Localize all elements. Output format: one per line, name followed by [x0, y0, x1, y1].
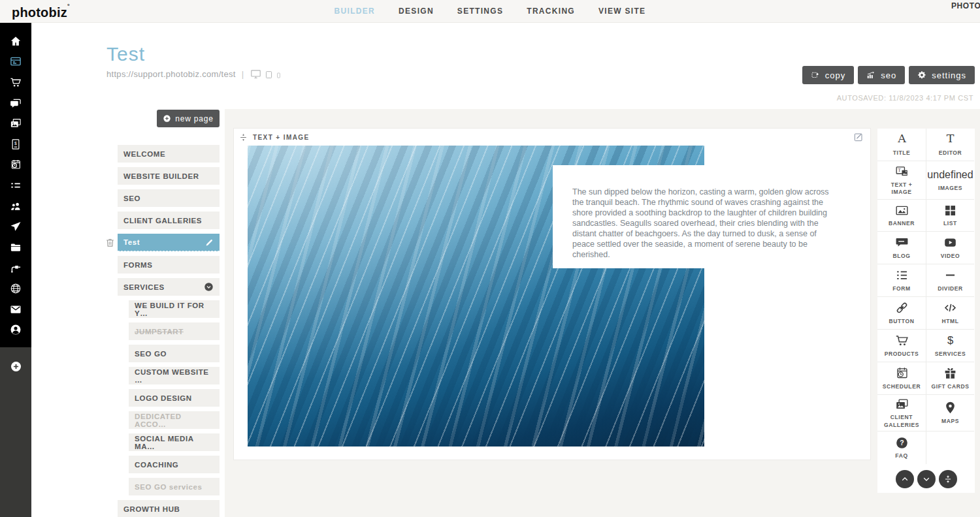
new-page-button[interactable]: new page [157, 110, 220, 127]
widget-editor[interactable]: TEDITOR [926, 129, 974, 161]
page-actions: copyseosettings [802, 66, 975, 84]
chat-icon[interactable] [0, 93, 31, 114]
widget-scheduler[interactable]: SCHEDULER [877, 362, 926, 395]
widget-title[interactable]: ATITLE [877, 129, 926, 161]
rename-pencil-icon[interactable] [205, 238, 214, 247]
page-item-label: FORMS [123, 261, 153, 269]
nav-builder[interactable]: BUILDER [335, 7, 375, 16]
logo-mark: ° [67, 3, 70, 9]
widget-maps[interactable]: MAPS [926, 395, 974, 431]
page-item-we-build-it-for-y[interactable]: WE BUILD IT FOR Y… [129, 300, 220, 318]
widget-button[interactable]: BUTTON [877, 297, 926, 330]
page-item-label: SEO [123, 195, 140, 202]
form-icon [895, 268, 909, 283]
compress-button[interactable] [939, 470, 957, 488]
integrations-icon[interactable] [0, 258, 31, 279]
page-title: Test [106, 43, 145, 65]
desktop-preview-icon[interactable] [250, 69, 262, 80]
nav-settings[interactable]: SETTINGS [457, 7, 503, 16]
page-item-growth-hub[interactable]: GROWTH HUB [118, 500, 220, 517]
page-row: SEO GO services [101, 478, 220, 495]
builder-icon[interactable] [0, 52, 31, 72]
nav-view-site[interactable]: VIEW SITE [598, 7, 645, 16]
account-icon[interactable] [0, 319, 31, 340]
page-item-label: JUMPSTART [135, 328, 184, 336]
site-url[interactable]: https://support.photobiz.com/test [106, 69, 236, 79]
widget-divider[interactable]: DIVIDER [926, 264, 974, 297]
drag-handle-icon[interactable] [239, 133, 248, 142]
widget-images[interactable]: undefinedIMAGES [926, 161, 974, 200]
page-item-dedicated-acco[interactable]: DEDICATED ACCO… [129, 411, 220, 429]
page-item-seo-go-services[interactable]: SEO GO services [129, 478, 220, 495]
page-item-client-galleries[interactable]: CLIENT GALLERIES [118, 212, 220, 229]
page-item-coaching[interactable]: COACHING [129, 456, 220, 473]
phone-preview-icon[interactable] [276, 71, 282, 80]
widget-gift-cards[interactable]: GIFT CARDS [926, 362, 974, 395]
overlay-text-box[interactable]: The sun dipped below the horizon, castin… [553, 165, 843, 268]
invoice-icon[interactable]: $ [0, 134, 31, 155]
page-item-label: WE BUILD IT FOR Y… [135, 302, 214, 317]
tablet-preview-icon[interactable] [265, 70, 273, 80]
cart-icon[interactable] [0, 72, 31, 93]
page-item-test[interactable]: Test [118, 234, 220, 251]
top-navigation: BUILDERDESIGNSETTINGSTRACKINGVIEW SITE [335, 0, 646, 22]
autosaved-status: AUTOSAVED: 11/8/2023 4:17 PM CST [837, 94, 973, 102]
widget-empty-cell [926, 431, 974, 464]
add-icon[interactable] [0, 356, 31, 376]
scheduler-icon[interactable] [0, 155, 31, 176]
photos-icon[interactable] [0, 113, 31, 134]
send-icon[interactable] [0, 216, 31, 237]
seo-button[interactable]: seo [858, 66, 905, 84]
users-icon[interactable] [0, 196, 31, 217]
widget-faq[interactable]: ?FAQ [877, 431, 926, 464]
mail-icon[interactable] [0, 299, 31, 320]
page-item-website-builder[interactable]: WEBSITE BUILDER [118, 167, 220, 185]
page-item-social-media-ma[interactable]: SOCIAL MEDIA MA… [129, 433, 220, 451]
page-item-label: Test [123, 238, 140, 246]
edit-block-icon[interactable] [853, 132, 864, 142]
page-item-jumpstart[interactable]: JUMPSTART [129, 322, 220, 340]
widget-html[interactable]: HTML [926, 297, 974, 330]
widget-list[interactable]: LIST [926, 200, 974, 232]
settings-button[interactable]: settings [909, 66, 975, 84]
widget-banner[interactable]: BANNER [877, 200, 926, 232]
copy-button[interactable]: copy [802, 66, 854, 84]
widget-services[interactable]: $SERVICES [926, 330, 974, 362]
home-icon[interactable] [0, 31, 31, 52]
widget-text-image[interactable]: TTEXT + IMAGE [877, 161, 926, 200]
chevron-up-button[interactable] [896, 470, 914, 488]
page-row: LOGO DESIGN [101, 389, 220, 407]
text-image-block[interactable]: TEXT + IMAGE The sun dipped below the ho… [233, 128, 871, 460]
nav-tracking[interactable]: TRACKING [527, 7, 575, 16]
widget-label: TITLE [893, 149, 911, 157]
page-item-label: LOGO DESIGN [135, 394, 192, 402]
page-item-services[interactable]: SERVICES [118, 278, 220, 296]
top-bar: photobiz° BUILDERDESIGNSETTINGSTRACKINGV… [0, 0, 980, 23]
page-item-forms[interactable]: FORMS [118, 256, 220, 274]
photobiz-logo[interactable]: photobiz° [12, 3, 70, 20]
editor-icon: T [943, 133, 957, 147]
nav-design[interactable]: DESIGN [399, 7, 434, 16]
page-item-custom-website[interactable]: CUSTOM WEBSITE … [129, 367, 220, 384]
widget-client-galleries[interactable]: CLIENT GALLERIES [877, 395, 926, 431]
page-row: Test [101, 234, 220, 251]
page-item-logo-design[interactable]: LOGO DESIGN [129, 389, 220, 407]
widget-blog[interactable]: BLOG [877, 232, 926, 264]
page-item-seo-go[interactable]: SEO GO [129, 345, 220, 362]
chevron-down-button[interactable] [917, 470, 936, 488]
widget-form[interactable]: FORM [877, 264, 926, 297]
widget-products[interactable]: PRODUCTS [877, 330, 926, 362]
trash-icon[interactable] [105, 238, 115, 247]
account-label[interactable]: PHOTOB [951, 1, 980, 10]
collapse-chevron-icon[interactable] [204, 282, 214, 292]
page-row: SOCIAL MEDIA MA… [101, 433, 220, 451]
copy-button-label: copy [825, 70, 845, 80]
page-item-welcome[interactable]: WELCOME [118, 145, 220, 163]
gift-icon [943, 366, 957, 381]
page-item-label: DEDICATED ACCO… [135, 413, 214, 428]
folder-icon[interactable] [0, 237, 31, 258]
page-item-seo[interactable]: SEO [118, 189, 220, 207]
widget-video[interactable]: VIDEO [926, 232, 974, 264]
globe-icon[interactable] [0, 278, 31, 299]
list-icon[interactable] [0, 175, 31, 196]
